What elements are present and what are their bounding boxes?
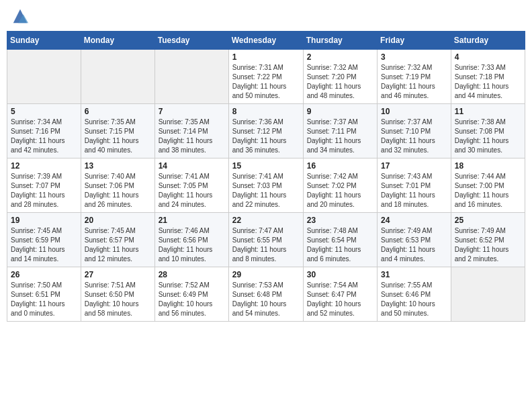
calendar-cell: 22Sunrise: 7:47 AM Sunset: 6:55 PM Dayli… [228, 213, 303, 267]
calendar-week-row: 19Sunrise: 7:45 AM Sunset: 6:59 PM Dayli… [7, 213, 525, 267]
calendar-cell: 18Sunrise: 7:44 AM Sunset: 7:00 PM Dayli… [451, 158, 525, 213]
calendar-week-row: 5Sunrise: 7:34 AM Sunset: 7:16 PM Daylig… [7, 104, 525, 158]
calendar-cell: 1Sunrise: 7:31 AM Sunset: 7:22 PM Daylig… [228, 50, 303, 104]
day-number: 5 [11, 107, 77, 116]
day-detail: Sunrise: 7:48 AM Sunset: 6:54 PM Dayligh… [307, 226, 373, 264]
calendar-week-row: 12Sunrise: 7:39 AM Sunset: 7:07 PM Dayli… [7, 158, 525, 213]
calendar-cell: 7Sunrise: 7:35 AM Sunset: 7:14 PM Daylig… [154, 104, 228, 158]
day-number: 31 [381, 270, 447, 279]
day-number: 28 [159, 270, 225, 279]
day-number: 22 [232, 216, 300, 225]
day-detail: Sunrise: 7:45 AM Sunset: 6:59 PM Dayligh… [11, 226, 77, 264]
day-number: 20 [85, 216, 151, 225]
day-number: 15 [232, 161, 300, 171]
day-number: 17 [381, 161, 447, 171]
day-number: 24 [381, 216, 447, 225]
day-detail: Sunrise: 7:40 AM Sunset: 7:06 PM Dayligh… [85, 172, 151, 210]
calendar-table: SundayMondayTuesdayWednesdayThursdayFrid… [7, 31, 525, 322]
day-detail: Sunrise: 7:47 AM Sunset: 6:55 PM Dayligh… [232, 226, 300, 264]
calendar-cell: 23Sunrise: 7:48 AM Sunset: 6:54 PM Dayli… [303, 213, 377, 267]
calendar-cell [7, 50, 81, 104]
day-number: 2 [307, 52, 373, 62]
calendar-cell [451, 267, 525, 322]
day-number: 11 [455, 107, 521, 116]
day-number: 6 [85, 107, 151, 116]
day-detail: Sunrise: 7:46 AM Sunset: 6:56 PM Dayligh… [159, 226, 225, 264]
calendar-cell: 8Sunrise: 7:36 AM Sunset: 7:12 PM Daylig… [228, 104, 303, 158]
day-number: 19 [11, 216, 77, 225]
calendar-cell [154, 50, 228, 104]
calendar-cell: 19Sunrise: 7:45 AM Sunset: 6:59 PM Dayli… [7, 213, 81, 267]
day-detail: Sunrise: 7:33 AM Sunset: 7:18 PM Dayligh… [455, 63, 521, 101]
day-detail: Sunrise: 7:37 AM Sunset: 7:10 PM Dayligh… [381, 118, 447, 155]
logo [9, 7, 30, 26]
calendar-cell: 26Sunrise: 7:50 AM Sunset: 6:51 PM Dayli… [7, 267, 81, 322]
weekday-header: Tuesday [154, 32, 228, 50]
day-detail: Sunrise: 7:49 AM Sunset: 6:53 PM Dayligh… [381, 226, 447, 264]
calendar-cell: 21Sunrise: 7:46 AM Sunset: 6:56 PM Dayli… [154, 213, 228, 267]
day-number: 26 [11, 270, 77, 279]
day-number: 8 [232, 107, 300, 116]
calendar-cell: 5Sunrise: 7:34 AM Sunset: 7:16 PM Daylig… [7, 104, 81, 158]
calendar-cell: 15Sunrise: 7:41 AM Sunset: 7:03 PM Dayli… [228, 158, 303, 213]
calendar-cell: 29Sunrise: 7:53 AM Sunset: 6:48 PM Dayli… [228, 267, 303, 322]
calendar-cell: 3Sunrise: 7:32 AM Sunset: 7:19 PM Daylig… [378, 50, 451, 104]
day-detail: Sunrise: 7:49 AM Sunset: 6:52 PM Dayligh… [455, 226, 521, 264]
day-detail: Sunrise: 7:31 AM Sunset: 7:22 PM Dayligh… [232, 63, 300, 101]
day-number: 7 [159, 107, 225, 116]
day-number: 1 [232, 52, 300, 62]
day-detail: Sunrise: 7:44 AM Sunset: 7:00 PM Dayligh… [455, 172, 521, 210]
day-detail: Sunrise: 7:32 AM Sunset: 7:19 PM Dayligh… [381, 63, 447, 101]
day-detail: Sunrise: 7:32 AM Sunset: 7:20 PM Dayligh… [307, 63, 373, 101]
day-number: 12 [11, 161, 77, 171]
calendar-cell: 28Sunrise: 7:52 AM Sunset: 6:49 PM Dayli… [154, 267, 228, 322]
day-number: 23 [307, 216, 373, 225]
page-header [7, 7, 525, 26]
weekday-header: Sunday [7, 32, 81, 50]
day-number: 30 [307, 270, 373, 279]
day-detail: Sunrise: 7:35 AM Sunset: 7:14 PM Dayligh… [159, 118, 225, 155]
calendar-week-row: 1Sunrise: 7:31 AM Sunset: 7:22 PM Daylig… [7, 50, 525, 104]
weekday-header: Wednesday [228, 32, 303, 50]
day-detail: Sunrise: 7:42 AM Sunset: 7:02 PM Dayligh… [307, 172, 373, 210]
day-detail: Sunrise: 7:50 AM Sunset: 6:51 PM Dayligh… [11, 281, 77, 318]
day-detail: Sunrise: 7:41 AM Sunset: 7:05 PM Dayligh… [159, 172, 225, 210]
calendar-cell: 10Sunrise: 7:37 AM Sunset: 7:10 PM Dayli… [378, 104, 451, 158]
day-detail: Sunrise: 7:36 AM Sunset: 7:12 PM Dayligh… [232, 118, 300, 155]
day-detail: Sunrise: 7:54 AM Sunset: 6:47 PM Dayligh… [307, 281, 373, 318]
calendar-cell: 14Sunrise: 7:41 AM Sunset: 7:05 PM Dayli… [154, 158, 228, 213]
calendar-cell: 31Sunrise: 7:55 AM Sunset: 6:46 PM Dayli… [378, 267, 451, 322]
weekday-header: Monday [81, 32, 154, 50]
day-number: 14 [159, 161, 225, 171]
day-detail: Sunrise: 7:53 AM Sunset: 6:48 PM Dayligh… [232, 281, 300, 318]
calendar-cell: 16Sunrise: 7:42 AM Sunset: 7:02 PM Dayli… [303, 158, 377, 213]
calendar-cell: 25Sunrise: 7:49 AM Sunset: 6:52 PM Dayli… [451, 213, 525, 267]
day-detail: Sunrise: 7:37 AM Sunset: 7:11 PM Dayligh… [307, 118, 373, 155]
calendar-cell: 13Sunrise: 7:40 AM Sunset: 7:06 PM Dayli… [81, 158, 154, 213]
day-number: 9 [307, 107, 373, 116]
day-number: 3 [381, 52, 447, 62]
day-number: 21 [159, 216, 225, 225]
day-number: 27 [85, 270, 151, 279]
calendar-cell: 24Sunrise: 7:49 AM Sunset: 6:53 PM Dayli… [378, 213, 451, 267]
day-detail: Sunrise: 7:41 AM Sunset: 7:03 PM Dayligh… [232, 172, 300, 210]
weekday-header: Saturday [451, 32, 525, 50]
day-detail: Sunrise: 7:39 AM Sunset: 7:07 PM Dayligh… [11, 172, 77, 210]
calendar-cell: 6Sunrise: 7:35 AM Sunset: 7:15 PM Daylig… [81, 104, 154, 158]
calendar-cell: 30Sunrise: 7:54 AM Sunset: 6:47 PM Dayli… [303, 267, 377, 322]
calendar-cell: 12Sunrise: 7:39 AM Sunset: 7:07 PM Dayli… [7, 158, 81, 213]
day-detail: Sunrise: 7:34 AM Sunset: 7:16 PM Dayligh… [11, 118, 77, 155]
calendar-week-row: 26Sunrise: 7:50 AM Sunset: 6:51 PM Dayli… [7, 267, 525, 322]
day-detail: Sunrise: 7:55 AM Sunset: 6:46 PM Dayligh… [381, 281, 447, 318]
day-number: 10 [381, 107, 447, 116]
day-number: 25 [455, 216, 521, 225]
day-number: 29 [232, 270, 300, 279]
calendar-header: SundayMondayTuesdayWednesdayThursdayFrid… [7, 32, 525, 50]
day-detail: Sunrise: 7:52 AM Sunset: 6:49 PM Dayligh… [159, 281, 225, 318]
calendar-cell: 27Sunrise: 7:51 AM Sunset: 6:50 PM Dayli… [81, 267, 154, 322]
day-number: 18 [455, 161, 521, 171]
day-detail: Sunrise: 7:38 AM Sunset: 7:08 PM Dayligh… [455, 118, 521, 155]
calendar-cell [81, 50, 154, 104]
logo-icon [11, 7, 30, 26]
day-detail: Sunrise: 7:35 AM Sunset: 7:15 PM Dayligh… [85, 118, 151, 155]
